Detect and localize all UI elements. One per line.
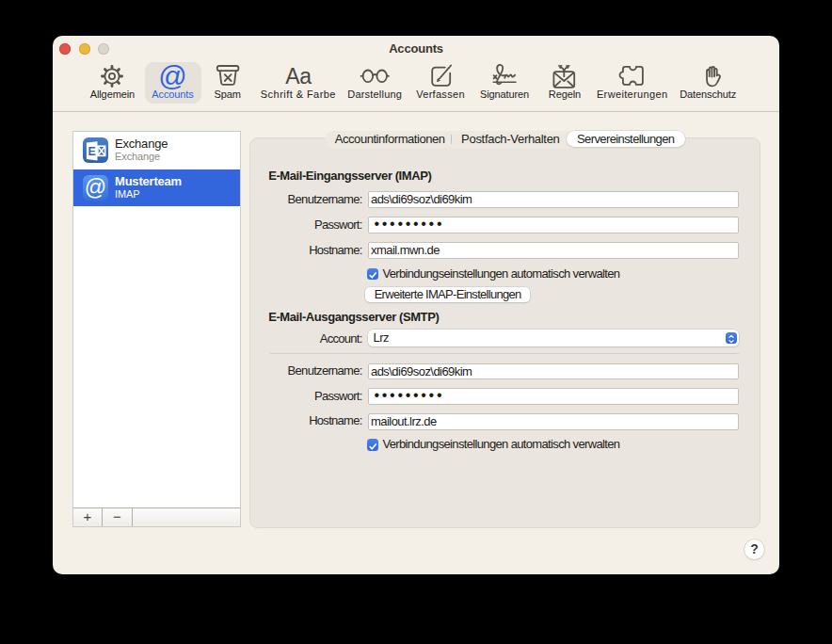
svg-text:E: E (88, 145, 96, 158)
